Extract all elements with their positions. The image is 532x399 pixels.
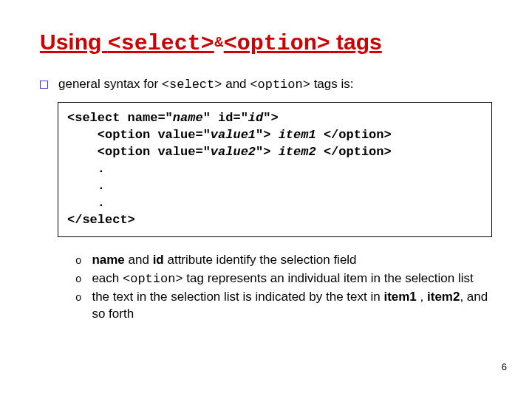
top-bullet-pre: general syntax for <box>58 77 162 91</box>
top-bullet-text: general syntax for <select> and <option>… <box>58 77 354 92</box>
code-l3d: item2 <box>279 145 316 159</box>
circle-bullet-icon: o <box>75 291 81 305</box>
code-l1c: " id=" <box>203 111 248 125</box>
sub-bullet-text-3: the text in the selection list is indica… <box>92 289 492 323</box>
code-l3e: </option> <box>316 145 392 159</box>
title-amp: & <box>214 35 224 50</box>
slide: Using <select> & <option> tags general s… <box>0 0 532 399</box>
sub2-c1: <option> <box>123 272 183 286</box>
top-bullet-mid: and <box>222 77 250 91</box>
code-l1b: name <box>173 111 203 125</box>
code-dots: . . . <box>67 162 105 210</box>
circle-bullet-icon: o <box>75 273 81 287</box>
code-l7: </select> <box>67 213 135 227</box>
title-part-using: Using <box>40 30 108 54</box>
sub3-b1: item1 <box>383 290 416 304</box>
sub2-t1: each <box>92 271 123 285</box>
code-l1e: "> <box>263 111 278 125</box>
title-code-option: <option> <box>224 31 330 56</box>
top-bullet-row: general syntax for <select> and <option>… <box>40 77 492 92</box>
sub-bullet-text-1: name and id attribute identify the selec… <box>92 252 492 269</box>
sub-bullet-text-2: each <option> tag represents an individu… <box>92 270 492 288</box>
title-part-tags: tags <box>330 30 382 54</box>
code-l1a: <select name=" <box>67 111 173 125</box>
code-l2a: <option value=" <box>67 128 211 142</box>
square-bullet-icon <box>40 81 48 89</box>
sub3-t1: the text in the selection list is indica… <box>92 290 383 304</box>
sub-bullet-list: o name and id attribute identify the sel… <box>75 252 492 324</box>
page-number: 6 <box>502 361 507 372</box>
sub3-t2: , <box>417 290 427 304</box>
sub-bullet-row: o name and id attribute identify the sel… <box>75 252 492 269</box>
code-l2d: item1 <box>279 128 316 142</box>
sub-bullet-row: o the text in the selection list is indi… <box>75 289 492 323</box>
code-l3a: <option value=" <box>67 145 211 159</box>
sub-bullet-row: o each <option> tag represents an indivi… <box>75 270 492 288</box>
sub1-b1: name <box>92 253 124 267</box>
top-bullet-code-option: <option> <box>250 78 310 92</box>
code-l3b: value2 <box>211 145 256 159</box>
sub1-b2: id <box>153 253 164 267</box>
title-code-select: <select> <box>108 31 214 56</box>
code-l2e: </option> <box>316 128 392 142</box>
sub2-t2: tag represents an individual item in the… <box>183 271 474 285</box>
code-l1d: id <box>248 111 263 125</box>
code-l3c: "> <box>256 145 279 159</box>
code-l2c: "> <box>256 128 279 142</box>
top-bullet-post: tags is: <box>310 77 354 91</box>
circle-bullet-icon: o <box>75 254 81 268</box>
slide-title: Using <select> & <option> tags <box>40 30 492 56</box>
code-l2b: value1 <box>211 128 256 142</box>
top-bullet-code-select: <select> <box>162 78 222 92</box>
sub1-t1: and <box>125 253 153 267</box>
code-box: <select name="name" id="id"> <option val… <box>58 102 492 237</box>
sub3-b2: item2 <box>427 290 460 304</box>
sub1-t2: attribute identify the selection field <box>164 253 357 267</box>
